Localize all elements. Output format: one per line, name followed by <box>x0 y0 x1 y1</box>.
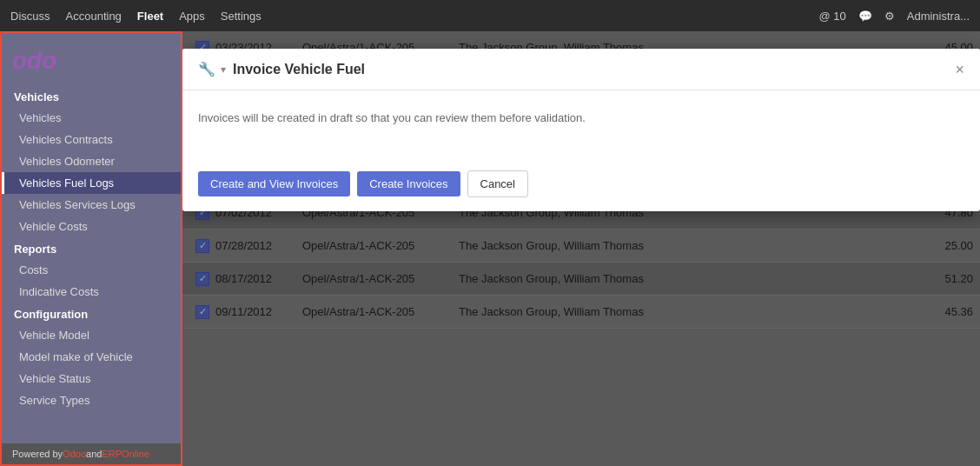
odoo-link[interactable]: Odoo <box>63 449 86 459</box>
nav-discuss[interactable]: Discuss <box>10 10 50 23</box>
erponline-link[interactable]: ERPOnline <box>102 449 149 459</box>
create-view-invoices-button[interactable]: Create and View Invoices <box>198 171 350 196</box>
content-area: 03/23/2012 Opel/Astra/1-ACK-205 The Jack… <box>182 31 980 466</box>
sidebar-item-model-make[interactable]: Model make of Vehicle <box>2 346 181 368</box>
modal-description: Invoices will be created in draft so tha… <box>198 111 586 124</box>
sidebar-item-vehicles-services-logs[interactable]: Vehicles Services Logs <box>2 194 181 216</box>
logo: odo <box>12 47 56 75</box>
sidebar-item-costs[interactable]: Costs <box>2 259 181 281</box>
cancel-button[interactable]: Cancel <box>467 170 528 197</box>
nav-accounting[interactable]: Accounting <box>66 10 122 23</box>
sidebar-item-indicative-costs[interactable]: Indicative Costs <box>2 281 181 303</box>
modal-arrow: ▾ <box>221 63 226 76</box>
main-container: odo Vehicles Vehicles Vehicles Contracts… <box>0 31 980 466</box>
modal-icon: 🔧 <box>198 61 215 77</box>
sidebar-item-vehicle-status[interactable]: Vehicle Status <box>2 368 181 389</box>
modal-footer: Create and View Invoices Create Invoices… <box>182 160 980 211</box>
sidebar-section-vehicles: Vehicles <box>2 85 181 107</box>
modal-body: Invoices will be created in draft so tha… <box>182 90 980 160</box>
notifications-icon[interactable]: @ 10 <box>818 10 845 23</box>
sidebar-item-vehicles-odometer[interactable]: Vehicles Odometer <box>2 150 181 172</box>
sidebar-item-vehicle-model[interactable]: Vehicle Model <box>2 324 181 346</box>
sidebar-section-configuration: Configuration <box>2 303 181 324</box>
chat-icon[interactable]: 💬 <box>858 10 872 23</box>
create-invoices-button[interactable]: Create Invoices <box>357 171 460 196</box>
nav-settings[interactable]: Settings <box>221 10 262 23</box>
modal-dialog: 🔧 ▾ Invoice Vehicle Fuel × Invoices will… <box>182 49 980 211</box>
gear-icon[interactable]: ⚙ <box>884 10 895 23</box>
sidebar-item-vehicles-fuel-logs[interactable]: Vehicles Fuel Logs <box>2 172 181 194</box>
nav-apps[interactable]: Apps <box>179 10 205 23</box>
sidebar-item-vehicles[interactable]: Vehicles <box>2 107 181 129</box>
modal-title: Invoice Vehicle Fuel <box>233 62 955 77</box>
sidebar-section-reports: Reports <box>2 237 181 259</box>
close-button[interactable]: × <box>955 62 964 77</box>
sidebar: odo Vehicles Vehicles Vehicles Contracts… <box>0 31 182 466</box>
topbar-right: @ 10 💬 ⚙ Administra... <box>818 10 970 23</box>
sidebar-item-vehicles-contracts[interactable]: Vehicles Contracts <box>2 129 181 150</box>
nav-fleet[interactable]: Fleet <box>137 10 163 23</box>
modal-header: 🔧 ▾ Invoice Vehicle Fuel × <box>182 49 980 90</box>
topbar: Discuss Accounting Fleet Apps Settings @… <box>0 0 980 31</box>
sidebar-item-vehicle-costs[interactable]: Vehicle Costs <box>2 216 181 237</box>
sidebar-footer: Powered by Odoo and ERPOnline <box>2 443 181 464</box>
user-avatar[interactable]: Administra... <box>907 10 970 23</box>
logo-area: odo <box>2 40 181 85</box>
sidebar-item-service-types[interactable]: Service Types <box>2 389 181 411</box>
footer-and: and <box>86 449 102 459</box>
modal-overlay: 🔧 ▾ Invoice Vehicle Fuel × Invoices will… <box>182 31 980 466</box>
footer-text: Powered by <box>12 449 63 459</box>
